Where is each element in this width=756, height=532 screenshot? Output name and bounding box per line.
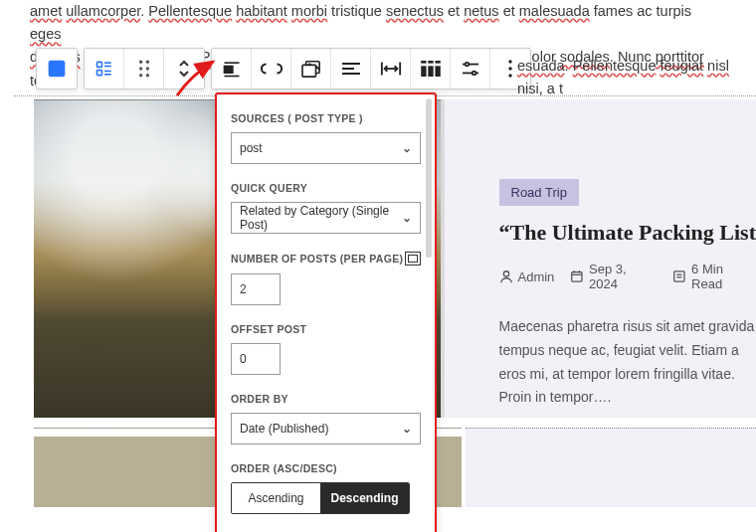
- svg-point-14: [138, 74, 141, 77]
- num-posts-label: NUMBER OF POSTS (PER PAGE): [231, 252, 421, 266]
- num-posts-input[interactable]: [231, 273, 281, 305]
- svg-rect-3: [52, 72, 62, 74]
- block-toolbar: [36, 48, 531, 89]
- post-title[interactable]: “The Ultimate Packing List: [499, 220, 757, 246]
- svg-point-39: [508, 67, 511, 70]
- columns-icon: [421, 61, 441, 77]
- post-card-body: Road Trip “The Ultimate Packing List Adm…: [441, 99, 757, 418]
- user-icon: [499, 269, 513, 283]
- svg-point-40: [508, 74, 511, 77]
- sources-label: SOURCES ( POST TYPE ): [231, 112, 421, 124]
- justify-icon: [342, 62, 360, 76]
- svg-point-11: [145, 61, 148, 64]
- align-icon: [222, 60, 242, 78]
- justify-button[interactable]: [331, 49, 371, 89]
- list-layout-button[interactable]: [85, 49, 124, 89]
- chevron-down-icon: ⌄: [402, 141, 412, 155]
- orderby-value: Date (Published): [240, 422, 328, 436]
- query-link-button[interactable]: [252, 49, 291, 89]
- svg-rect-30: [435, 61, 440, 64]
- next-post-body: [466, 428, 756, 507]
- order-asc-button[interactable]: Ascending: [232, 483, 320, 513]
- orderby-select[interactable]: Date (Published) ⌄: [231, 413, 421, 444]
- svg-rect-17: [224, 67, 232, 74]
- svg-point-42: [503, 271, 508, 276]
- columns-button[interactable]: [411, 49, 451, 89]
- quick-query-label: QUICK QUERY: [231, 182, 421, 194]
- order-desc-button[interactable]: Descending: [320, 483, 409, 513]
- chevrons-icon: [176, 59, 192, 79]
- svg-rect-21: [302, 65, 316, 77]
- device-icon[interactable]: [405, 252, 421, 266]
- panel-scrollbar[interactable]: [426, 98, 432, 258]
- quick-query-value: Related by Category (Single Post): [240, 204, 402, 232]
- offset-input[interactable]: [231, 343, 281, 375]
- order-label: ORDER (ASC/DESC): [231, 462, 421, 474]
- link-icon: [261, 62, 283, 76]
- svg-point-13: [145, 67, 148, 70]
- svg-rect-33: [435, 66, 440, 77]
- post-excerpt: Maecenas pharetra risus sit amet gravida…: [499, 315, 757, 410]
- list-rows-icon: [94, 59, 114, 79]
- svg-rect-32: [428, 66, 433, 77]
- svg-point-35: [465, 63, 469, 67]
- svg-point-10: [138, 61, 141, 64]
- block-type-button[interactable]: [37, 49, 77, 89]
- svg-rect-2: [52, 68, 62, 70]
- sources-value: post: [240, 141, 263, 155]
- offset-label: OFFSET POST: [231, 323, 421, 335]
- grid-icon: [47, 59, 67, 79]
- query-settings-panel: SOURCES ( POST TYPE ) post ⌄ QUICK QUERY…: [215, 92, 437, 532]
- width-icon: [380, 62, 402, 76]
- svg-point-15: [145, 74, 148, 77]
- svg-rect-1: [52, 64, 62, 67]
- calendar-icon: [570, 269, 584, 283]
- svg-rect-29: [428, 61, 433, 64]
- meta-date: Sep 3, 2024: [570, 262, 657, 291]
- drag-handle[interactable]: [124, 49, 164, 89]
- meta-author[interactable]: Admin: [499, 269, 555, 284]
- svg-point-38: [508, 60, 511, 63]
- svg-rect-28: [421, 61, 426, 64]
- width-button[interactable]: [371, 49, 411, 89]
- template-button[interactable]: [291, 49, 331, 89]
- category-badge[interactable]: Road Trip: [499, 179, 579, 206]
- image-stack-icon: [300, 60, 322, 78]
- drag-icon: [137, 60, 151, 78]
- svg-rect-7: [96, 71, 101, 76]
- more-vertical-icon: [507, 60, 513, 78]
- quick-query-select[interactable]: Related by Category (Single Post) ⌄: [231, 202, 421, 234]
- move-button[interactable]: [164, 49, 204, 89]
- svg-rect-47: [674, 271, 684, 281]
- meta-readtime: 6 Min Read: [672, 262, 756, 291]
- post-meta: Admin Sep 3, 2024 6 Min Read: [499, 262, 757, 291]
- svg-rect-31: [421, 66, 426, 77]
- svg-point-12: [138, 67, 141, 70]
- read-icon: [672, 269, 686, 283]
- chevron-down-icon: ⌄: [402, 211, 412, 225]
- settings-button[interactable]: [451, 49, 490, 89]
- order-segmented: Ascending Descending: [231, 482, 410, 514]
- svg-rect-4: [96, 62, 101, 67]
- align-button[interactable]: [212, 49, 252, 89]
- orderby-label: ORDER BY: [231, 393, 421, 405]
- sources-select[interactable]: post ⌄: [231, 132, 421, 164]
- svg-rect-43: [572, 272, 582, 281]
- svg-point-37: [472, 72, 475, 76]
- sliders-icon: [461, 61, 480, 77]
- chevron-down-icon: ⌄: [402, 422, 412, 436]
